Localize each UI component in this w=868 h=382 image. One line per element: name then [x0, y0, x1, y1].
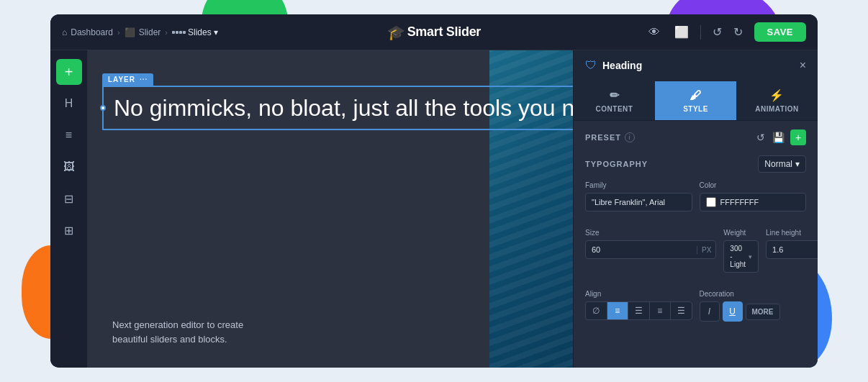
align-decoration-row: Align ∅ ≡ ☰ ≡ ☰ Decoration: [585, 290, 806, 322]
slider-icon: ⬛: [125, 27, 135, 37]
breadcrumb-dashboard[interactable]: ⌂ Dashboard: [62, 27, 113, 37]
breadcrumb-sep-2: ›: [165, 28, 168, 37]
right-panel: 🛡 Heading × ✏ CONTENT 🖌 STYLE: [573, 50, 818, 368]
preset-reset-button[interactable]: ↺: [755, 130, 767, 145]
animation-tab-icon: ⚡: [769, 88, 785, 102]
table-tool-button[interactable]: ⊞: [56, 217, 82, 243]
family-color-row: Family "Libre Franklin", Arial Color FFF…: [585, 181, 806, 220]
preset-save-button[interactable]: 💾: [771, 130, 786, 145]
app-container: ⌂ Dashboard › ⬛ Slider › Slides ▾ 🎓 Smar…: [50, 14, 818, 368]
normal-label: Normal: [764, 159, 792, 169]
subtext-line2: beautiful sliders and blocks.: [112, 332, 243, 347]
breadcrumb-slider-label: Slider: [139, 27, 161, 37]
align-center-button[interactable]: ☰: [628, 302, 650, 319]
family-input[interactable]: "Libre Franklin", Arial: [585, 193, 692, 212]
tab-style[interactable]: 🖌 STYLE: [655, 81, 736, 120]
color-label: Color: [700, 181, 807, 189]
left-sidebar: + H ≡ 🖼 ⊟ ⊞: [50, 50, 88, 368]
list-tool-button[interactable]: ≡: [56, 122, 82, 148]
dropdown-arrow-icon: ▾: [795, 159, 800, 169]
logo-hat-icon: 🎓: [387, 24, 405, 41]
underline-button[interactable]: U: [723, 301, 743, 322]
weight-select[interactable]: 300 - Light ▾: [723, 240, 759, 273]
align-justify-button[interactable]: ☰: [671, 302, 692, 319]
preset-row: PRESET i ↺ 💾 +: [585, 129, 806, 145]
breadcrumb-dashboard-label: Dashboard: [71, 27, 113, 37]
home-icon: ⌂: [62, 27, 67, 37]
typography-state-dropdown[interactable]: Normal ▾: [758, 155, 806, 173]
color-swatch: [706, 197, 716, 207]
caption-tool-button[interactable]: ⊟: [56, 186, 82, 212]
decoration-group: Decoration I U MORE: [700, 290, 807, 322]
line-height-value-input[interactable]: [767, 241, 818, 258]
app-logo: 🎓 Smart Slider: [310, 24, 559, 41]
tab-animation[interactable]: ⚡ ANIMATION: [736, 81, 818, 120]
more-button[interactable]: MORE: [746, 304, 780, 320]
style-tab-label: STYLE: [683, 105, 708, 113]
image-icon: 🖼: [63, 160, 75, 173]
italic-button[interactable]: I: [700, 301, 720, 322]
breadcrumb-slides-label: Slides: [188, 27, 212, 37]
typography-label: TYPOGRAPHY: [585, 160, 648, 168]
preview-eye-icon[interactable]: 👁: [646, 23, 663, 42]
caption-icon: ⊟: [64, 192, 73, 206]
line-height-input[interactable]: EM: [766, 240, 818, 259]
breadcrumb: ⌂ Dashboard › ⬛ Slider › Slides ▾: [62, 27, 310, 37]
size-value-input[interactable]: [586, 241, 697, 258]
canvas-area: LAYER ··· No gimmicks, no bloat, just al…: [88, 50, 818, 368]
align-group: Align ∅ ≡ ☰ ≡ ☰: [585, 290, 692, 322]
style-tab-icon: 🖌: [690, 89, 702, 102]
size-label: Size: [585, 229, 716, 237]
weight-value: 300 - Light: [730, 245, 746, 268]
typography-section-header: TYPOGRAPHY Normal ▾: [585, 155, 806, 173]
line-height-field-group: Line height EM: [766, 229, 818, 273]
list-icon: ≡: [65, 129, 72, 142]
color-field-group: Color FFFFFFFF: [700, 181, 807, 212]
image-tool-button[interactable]: 🖼: [56, 154, 82, 180]
info-icon[interactable]: i: [625, 132, 635, 142]
topbar: ⌂ Dashboard › ⬛ Slider › Slides ▾ 🎓 Smar…: [50, 14, 818, 50]
breadcrumb-slides[interactable]: Slides ▾: [172, 27, 218, 37]
grid-icon: [172, 31, 186, 34]
align-right-button[interactable]: ≡: [650, 302, 672, 319]
size-input[interactable]: PX: [585, 240, 716, 259]
breadcrumb-slider[interactable]: ⬛ Slider: [125, 27, 161, 37]
plus-icon: +: [65, 64, 73, 81]
color-hex-value: FFFFFFFF: [720, 198, 759, 206]
family-field-group: Family "Libre Franklin", Arial: [585, 181, 692, 212]
desktop-view-icon[interactable]: ⬜: [672, 22, 692, 42]
heading-tool-button[interactable]: H: [56, 91, 82, 117]
weight-field-group: Weight 300 - Light ▾: [723, 229, 759, 273]
undo-icon[interactable]: ↺: [710, 22, 725, 42]
line-height-label: Line height: [766, 229, 818, 237]
color-input[interactable]: FFFFFFFF: [700, 193, 807, 212]
decoration-label: Decoration: [700, 290, 807, 298]
panel-shield-icon: 🛡: [585, 59, 597, 72]
table-icon: ⊞: [64, 224, 73, 237]
preset-add-button[interactable]: +: [790, 129, 806, 145]
align-slash-button[interactable]: ∅: [586, 302, 607, 319]
preset-plus-icon: +: [795, 132, 801, 143]
add-layer-button[interactable]: +: [56, 59, 82, 85]
align-label: Align: [585, 290, 692, 298]
panel-close-button[interactable]: ×: [800, 59, 806, 72]
preset-label-text: PRESET: [585, 133, 621, 142]
decoration-buttons: I U MORE: [700, 301, 807, 322]
panel-header: 🛡 Heading ×: [574, 50, 818, 81]
weight-label: Weight: [723, 229, 759, 237]
topbar-actions: 👁 ⬜ ↺ ↻ SAVE: [558, 22, 806, 42]
preset-label: PRESET i: [585, 132, 635, 142]
topbar-divider: [700, 25, 701, 40]
save-button[interactable]: SAVE: [754, 22, 806, 42]
tab-bar: ✏ CONTENT 🖌 STYLE ⚡ ANIMATION: [574, 81, 818, 121]
layer-dots: ···: [140, 76, 148, 83]
subtext-block: Next generation editor to create beautif…: [112, 318, 243, 346]
align-left-button[interactable]: ≡: [607, 302, 629, 319]
panel-header-left: 🛡 Heading: [585, 59, 642, 72]
main-area: + H ≡ 🖼 ⊟ ⊞: [50, 50, 818, 368]
resize-handle-left[interactable]: [100, 105, 106, 111]
weight-dropdown-icon: ▾: [749, 253, 752, 260]
tab-content[interactable]: ✏ CONTENT: [574, 81, 655, 120]
breadcrumb-dropdown-icon: ▾: [214, 27, 218, 37]
redo-icon[interactable]: ↻: [731, 22, 746, 42]
